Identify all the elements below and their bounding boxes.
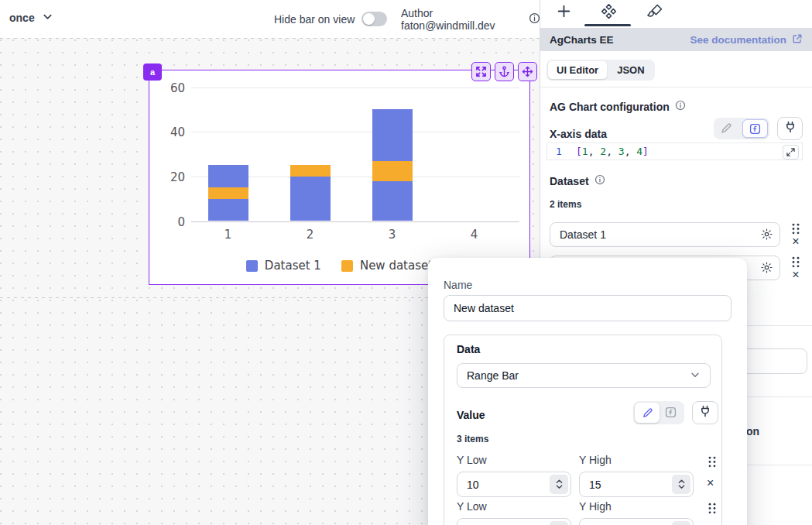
name-field-label: Name [444, 279, 472, 291]
code-token: , [606, 146, 618, 157]
code-token: 2 [600, 146, 606, 157]
number-input-wrap [579, 518, 694, 525]
app-editor: once Hide bar on view Author faton@windm… [0, 0, 812, 525]
drag-handle[interactable] [708, 503, 717, 517]
hide-bar-control: Hide bar on view [274, 0, 387, 38]
author-label: Author faton@windmill.dev [401, 7, 523, 32]
chevron-down-icon [42, 11, 53, 25]
code-content: [1, 2, 3, 4] [570, 146, 649, 157]
gridline [191, 132, 519, 132]
value-field-label: Y Low [457, 500, 487, 513]
info-icon[interactable] [675, 100, 686, 113]
external-link-icon [792, 33, 803, 46]
dataset-name-field[interactable] [550, 222, 780, 247]
y-axis-tick-label: 40 [159, 125, 185, 139]
toggle-knob [363, 13, 375, 25]
dataset-section-label: Dataset [550, 174, 605, 187]
code-token: 3 [618, 146, 625, 157]
legend-label: New dataset [360, 259, 433, 273]
tab-json[interactable]: JSON [608, 61, 653, 79]
canvas-grid-line [0, 38, 540, 39]
brush-icon [647, 3, 663, 22]
value-input-mode-group [633, 401, 684, 424]
data-section-label: Data [457, 343, 480, 355]
x-axis-tick-label: 1 [211, 228, 245, 242]
remove-item-icon[interactable]: × [707, 476, 714, 490]
expand-component-button[interactable] [471, 62, 491, 81]
code-token: ] [642, 146, 649, 157]
number-stepper[interactable] [672, 521, 690, 525]
range-bar [372, 161, 413, 181]
remove-dataset-icon[interactable]: × [790, 236, 801, 247]
value-section-label: Value [457, 409, 485, 421]
drag-handle[interactable] [708, 456, 717, 471]
plug-icon [784, 121, 797, 136]
agcharts-component[interactable]: a 60402001234Dataset 1New dataset [149, 70, 530, 285]
xaxis-label-text: X-axis data [550, 128, 607, 140]
value-items-count: 3 items [457, 434, 488, 444]
expand-editor-button[interactable] [783, 145, 799, 160]
number-stepper[interactable] [550, 475, 568, 494]
plug-icon [699, 405, 711, 420]
theme-tab[interactable] [646, 3, 664, 22]
data-group-box: Data Range Bar Value [444, 335, 722, 525]
data-type-select[interactable]: Range Bar [457, 363, 711, 388]
legend-item[interactable]: Dataset 1 [246, 259, 321, 273]
number-input-wrap [457, 518, 571, 525]
code-token: 1 [582, 146, 588, 157]
code-token: [ [576, 146, 582, 157]
documentation-link[interactable]: See documentation [690, 33, 803, 46]
x-axis-tick-label: 2 [293, 228, 327, 242]
xaxis-data-label: X-axis data [550, 128, 607, 140]
editor-mode-tabs: UI Editor JSON [546, 60, 655, 81]
config-section-label: AG Chart configuration [550, 100, 686, 113]
plus-icon [556, 3, 572, 22]
static-edit-button-active[interactable] [635, 403, 660, 423]
input-mode-group [714, 118, 769, 139]
number-stepper[interactable] [672, 475, 690, 494]
y-axis-tick-label: 60 [159, 81, 185, 95]
component-handles [471, 62, 537, 81]
info-icon[interactable] [594, 174, 605, 187]
number-stepper[interactable] [550, 521, 568, 525]
run-mode-dropdown[interactable]: once [9, 11, 53, 25]
connect-value-button[interactable] [692, 401, 718, 424]
run-mode-label: once [9, 12, 35, 24]
value-field-label: Y High [579, 500, 612, 513]
y-axis-tick-label: 20 [159, 170, 185, 184]
xaxis-code-editor[interactable]: 1 [1, 2, 3, 4] [546, 142, 803, 160]
anchor-component-button[interactable] [495, 62, 514, 81]
number-input-wrap [457, 472, 571, 497]
tab-ui-editor[interactable]: UI Editor [548, 61, 607, 79]
author-info: Author faton@windmill.dev [401, 0, 540, 38]
dataset-label-text: Dataset [550, 175, 589, 187]
components-icon [601, 3, 617, 22]
range-bar [208, 187, 248, 198]
dataset-name-input[interactable] [444, 295, 731, 321]
gear-icon[interactable] [760, 228, 774, 242]
code-token: , [625, 146, 637, 157]
x-axis-tick-label: 3 [375, 228, 409, 242]
code-token: , [588, 146, 601, 157]
drag-handle[interactable] [791, 256, 801, 267]
function-mode-icon[interactable] [665, 407, 677, 418]
static-edit-icon[interactable] [720, 122, 732, 138]
function-mode-button-active[interactable] [742, 119, 768, 138]
hide-bar-toggle[interactable] [361, 12, 387, 26]
panel-header: AgCharts EE See documentation [540, 28, 812, 51]
active-tab-underline [584, 24, 631, 26]
gear-icon[interactable] [760, 261, 774, 275]
divider [540, 87, 812, 88]
component-settings-tab[interactable] [599, 3, 618, 22]
legend-item[interactable]: New dataset [341, 259, 433, 273]
move-component-button[interactable] [518, 62, 537, 81]
remove-dataset-icon[interactable]: × [790, 269, 801, 280]
gridline [191, 221, 519, 222]
drag-handle[interactable] [791, 223, 801, 234]
bar-chart: 60402001234Dataset 1New dataset [149, 70, 529, 284]
info-icon[interactable] [529, 12, 540, 26]
insert-component-tab[interactable] [554, 3, 573, 22]
connect-input-button[interactable] [777, 117, 803, 140]
top-toolbar: once Hide bar on view Author faton@windm… [0, 0, 540, 38]
data-type-value: Range Bar [467, 369, 519, 382]
